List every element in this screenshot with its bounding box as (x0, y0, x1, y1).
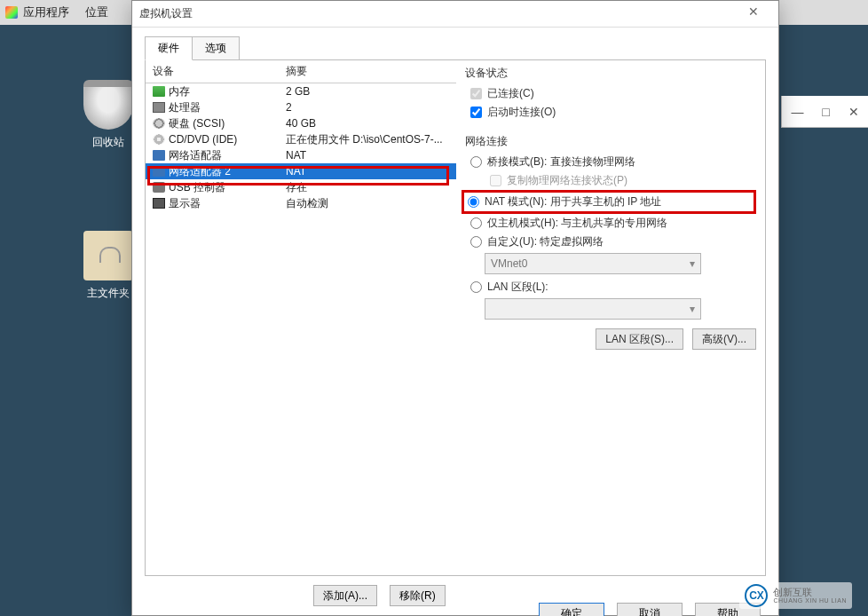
nat-radio[interactable] (468, 196, 479, 208)
close-icon[interactable]: ✕ (736, 4, 771, 24)
dialog-titlebar: 虚拟机设置 ✕ (132, 1, 778, 28)
menu-places[interactable]: 位置 (85, 4, 108, 20)
custom-radio[interactable] (470, 236, 482, 248)
check-connected[interactable]: 已连接(C) (465, 84, 756, 103)
device-row-disk[interactable]: 硬盘 (SCSI) 40 GB (146, 115, 456, 131)
device-row-memory[interactable]: 内存 2 GB (146, 83, 456, 99)
radio-custom[interactable]: 自定义(U): 特定虚拟网络 (465, 233, 756, 251)
watermark-logo-icon: CX (745, 584, 768, 607)
lan-dropdown (485, 298, 701, 320)
lan-segments-button[interactable]: LAN 区段(S)... (596, 328, 683, 350)
connect-start-checkbox[interactable] (470, 107, 482, 118)
col-summary: 摘要 (286, 64, 307, 79)
device-list-header: 设备 摘要 (146, 60, 456, 83)
bg-close-icon[interactable]: ✕ (848, 105, 859, 119)
device-row-display[interactable]: 显示器 自动检测 (146, 195, 456, 211)
device-row-cpu[interactable]: 处理器 2 (146, 99, 456, 115)
watermark-sub: CHUANG XIN HU LIAN (773, 597, 847, 604)
cd-icon (153, 134, 165, 145)
device-row-net2[interactable]: 网络适配器 2 NAT (146, 163, 456, 179)
radio-lan-segment[interactable]: LAN 区段(L): (465, 278, 756, 296)
annotation-highlight-right: NAT 模式(N): 用于共享主机的 IP 地址 (462, 190, 756, 214)
check-replicate: 复制物理网络连接状态(P) (485, 171, 756, 190)
group-device-state: 设备状态 (465, 66, 756, 81)
device-row-usb[interactable]: USB 控制器 存在 (146, 179, 456, 195)
home-folder-icon (83, 231, 133, 280)
replicate-checkbox (490, 175, 501, 186)
dialog-footer: 确定 取消 帮助 (132, 603, 778, 615)
settings-panel: 设备状态 已连接(C) 启动时连接(O) 网络连接 桥接模式(B): 直接连接物… (456, 60, 765, 575)
advanced-button[interactable]: 高级(V)... (692, 328, 756, 350)
memory-icon (153, 86, 165, 97)
lan-radio[interactable] (470, 281, 482, 293)
radio-hostonly[interactable]: 仅主机模式(H): 与主机共享的专用网络 (465, 214, 756, 233)
bridged-radio[interactable] (470, 156, 482, 168)
device-panel: 设备 摘要 内存 2 GB 处理器 2 (146, 60, 456, 575)
watermark: CX 创新互联 CHUANG XIN HU LIAN (739, 582, 852, 609)
system-icon (5, 6, 18, 19)
ok-button[interactable]: 确定 (539, 603, 604, 616)
vm-settings-dialog: 虚拟机设置 ✕ 硬件 选项 设备 摘要 内存 2 GB (131, 0, 779, 616)
trash-icon (83, 80, 133, 130)
dialog-title: 虚拟机设置 (139, 6, 193, 21)
check-connect-at-start[interactable]: 启动时连接(O) (465, 103, 756, 122)
col-device: 设备 (153, 64, 286, 79)
background-window-controls: — □ ✕ (781, 96, 868, 128)
radio-nat[interactable]: NAT 模式(N): 用于共享主机的 IP 地址 (468, 194, 661, 209)
group-network-connection: 网络连接 (465, 134, 756, 149)
bg-max-icon[interactable]: □ (822, 105, 829, 119)
display-icon (153, 198, 165, 209)
device-list[interactable]: 内存 2 GB 处理器 2 硬盘 (SCSI) 40 GB (146, 83, 456, 575)
hostonly-radio[interactable] (470, 217, 482, 229)
connected-checkbox (470, 88, 482, 99)
tab-hardware[interactable]: 硬件 (145, 36, 193, 60)
usb-icon (153, 182, 165, 193)
tab-options[interactable]: 选项 (192, 36, 240, 60)
menu-apps[interactable]: 应用程序 (23, 4, 69, 20)
radio-bridged[interactable]: 桥接模式(B): 直接连接物理网络 (465, 153, 756, 171)
cancel-button[interactable]: 取消 (617, 603, 683, 616)
vmnet-dropdown: VMnet0 (485, 253, 701, 274)
tabs: 硬件 选项 (145, 36, 766, 60)
device-row-cd[interactable]: CD/DVD (IDE) 正在使用文件 D:\iso\CentOS-7-... (146, 131, 456, 147)
bg-min-icon[interactable]: — (791, 105, 803, 119)
network-icon (153, 166, 165, 177)
cpu-icon (153, 102, 165, 113)
network-icon (153, 150, 165, 161)
watermark-brand: 创新互联 (773, 587, 847, 597)
device-row-net1[interactable]: 网络适配器 NAT (146, 147, 456, 163)
disk-icon (153, 118, 165, 129)
